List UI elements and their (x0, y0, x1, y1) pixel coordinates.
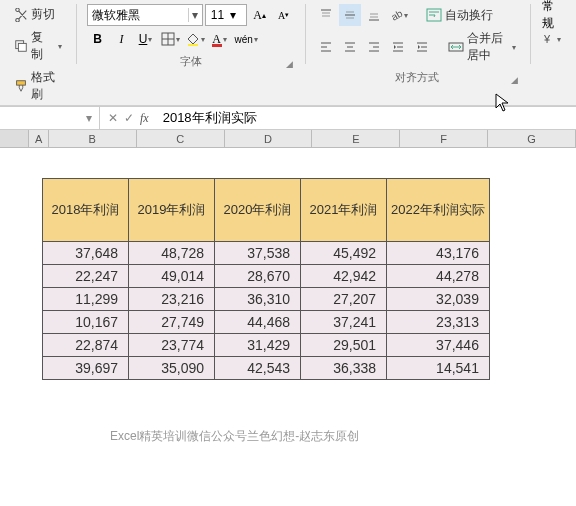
svg-rect-7 (212, 44, 222, 47)
orientation-button[interactable]: ab (387, 4, 410, 26)
svg-rect-2 (17, 81, 26, 85)
underline-button[interactable]: U (135, 28, 157, 50)
svg-text:¥: ¥ (543, 33, 551, 45)
merge-center-button[interactable]: 合并后居中 ▾ (444, 28, 520, 66)
table-cell[interactable]: 37,241 (301, 311, 387, 334)
fx-icon[interactable]: fx (140, 111, 149, 126)
number-format-select[interactable]: 常规 (540, 4, 566, 26)
format-painter-button[interactable]: 格式刷 (10, 67, 66, 105)
col-header-G[interactable]: G (488, 130, 576, 147)
font-size-input[interactable] (206, 8, 230, 22)
dialog-launcher-icon[interactable]: ◢ (511, 75, 518, 85)
scissors-icon (14, 8, 28, 22)
table-cell[interactable]: 23,216 (129, 288, 215, 311)
bold-button[interactable]: B (87, 28, 109, 50)
col-header-B[interactable]: B (49, 130, 137, 147)
col-header-A[interactable]: A (29, 130, 49, 147)
table-cell[interactable]: 36,338 (301, 357, 387, 380)
col-header-D[interactable]: D (225, 130, 313, 147)
table-cell[interactable]: 35,090 (129, 357, 215, 380)
name-box-input[interactable] (6, 111, 86, 125)
align-right-button[interactable] (363, 36, 385, 58)
wrap-text-button[interactable]: 自动换行 (422, 5, 497, 26)
col-header-F[interactable]: F (400, 130, 488, 147)
confirm-icon[interactable]: ✓ (124, 111, 134, 126)
font-size-select[interactable]: ▾ (205, 4, 247, 26)
copy-button[interactable]: 复制 ▾ (10, 27, 66, 65)
table-cell[interactable]: 44,278 (387, 265, 490, 288)
chevron-down-icon[interactable]: ▾ (188, 8, 202, 22)
table-cell[interactable]: 48,728 (129, 242, 215, 265)
table-cell[interactable]: 31,429 (215, 334, 301, 357)
table-header[interactable]: 2019年利润 (129, 179, 215, 242)
align-group-label: 对齐方式 (395, 71, 439, 83)
align-left-button[interactable] (315, 36, 337, 58)
font-name-select[interactable]: ▾ (87, 4, 203, 26)
table-cell[interactable]: 36,310 (215, 288, 301, 311)
increase-indent-button[interactable] (411, 36, 433, 58)
wrap-text-icon (426, 8, 442, 22)
decrease-font-button[interactable]: A▾ (273, 4, 295, 26)
border-button[interactable] (159, 28, 182, 50)
table-cell[interactable]: 29,501 (301, 334, 387, 357)
table-row: 10,16727,74944,46837,24123,313 (43, 311, 490, 334)
currency-button[interactable]: ¥ (540, 28, 563, 50)
table-cell[interactable]: 37,446 (387, 334, 490, 357)
italic-button[interactable]: I (111, 28, 133, 50)
select-all-corner[interactable] (0, 130, 29, 147)
format-painter-label: 格式刷 (31, 69, 62, 103)
chevron-down-icon[interactable]: ▾ (86, 111, 92, 125)
col-header-C[interactable]: C (137, 130, 225, 147)
table-cell[interactable]: 37,648 (43, 242, 129, 265)
dialog-launcher-icon[interactable]: ◢ (286, 59, 293, 69)
merge-icon (448, 40, 464, 54)
table-cell[interactable]: 11,299 (43, 288, 129, 311)
cancel-icon[interactable]: ✕ (108, 111, 118, 126)
chevron-down-icon[interactable]: ▾ (230, 8, 236, 22)
table-header[interactable]: 2021年利润 (301, 179, 387, 242)
table-cell[interactable]: 22,874 (43, 334, 129, 357)
table-cell[interactable]: 32,039 (387, 288, 490, 311)
decrease-indent-button[interactable] (387, 36, 409, 58)
table-cell[interactable]: 14,541 (387, 357, 490, 380)
table-header[interactable]: 2018年利润 (43, 179, 129, 242)
table-cell[interactable]: 42,942 (301, 265, 387, 288)
increase-font-button[interactable]: A▴ (249, 4, 271, 26)
caption-text: Excel精英培训微信公众号兰色幻想-赵志东原创 (110, 428, 359, 445)
phonetic-button[interactable]: wén (233, 28, 260, 50)
table-cell[interactable]: 49,014 (129, 265, 215, 288)
table-cell[interactable]: 28,670 (215, 265, 301, 288)
table-cell[interactable]: 45,492 (301, 242, 387, 265)
table-cell[interactable]: 22,247 (43, 265, 129, 288)
table-cell[interactable]: 27,749 (129, 311, 215, 334)
table-cell[interactable]: 23,313 (387, 311, 490, 334)
table-cell[interactable]: 42,543 (215, 357, 301, 380)
font-group-label: 字体 (180, 55, 202, 67)
table-cell[interactable]: 37,538 (215, 242, 301, 265)
align-bottom-button[interactable] (363, 4, 385, 26)
align-top-button[interactable] (315, 4, 337, 26)
table-header[interactable]: 2022年利润实际 (387, 179, 490, 242)
table-cell[interactable]: 23,774 (129, 334, 215, 357)
col-header-E[interactable]: E (312, 130, 400, 147)
data-table: 2018年利润2019年利润2020年利润2021年利润2022年利润实际 37… (42, 178, 490, 380)
table-cell[interactable]: 43,176 (387, 242, 490, 265)
table-cell[interactable]: 44,468 (215, 311, 301, 334)
table-cell[interactable]: 27,207 (301, 288, 387, 311)
align-center-button[interactable] (339, 36, 361, 58)
formula-input[interactable] (157, 111, 576, 126)
table-cell[interactable]: 10,167 (43, 311, 129, 334)
font-color-button[interactable]: A (209, 28, 231, 50)
table-cell[interactable]: 39,697 (43, 357, 129, 380)
font-name-input[interactable] (88, 8, 188, 22)
align-middle-button[interactable] (339, 4, 361, 26)
name-box[interactable]: ▾ (0, 107, 100, 129)
table-header[interactable]: 2020年利润 (215, 179, 301, 242)
merge-center-label: 合并后居中 (467, 30, 509, 64)
table-row: 39,69735,09042,54336,33814,541 (43, 357, 490, 380)
fill-color-button[interactable] (184, 28, 207, 50)
cut-button[interactable]: 剪切 (10, 4, 66, 25)
wrap-text-label: 自动换行 (445, 7, 493, 24)
svg-text:ab: ab (390, 8, 404, 22)
svg-rect-1 (18, 43, 26, 51)
